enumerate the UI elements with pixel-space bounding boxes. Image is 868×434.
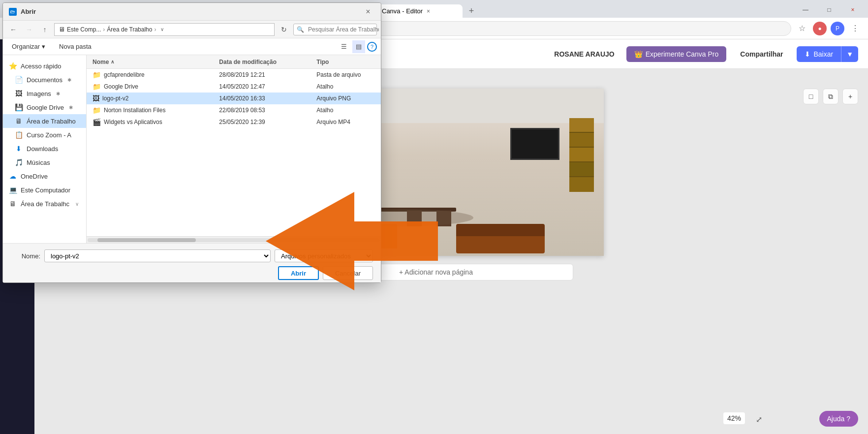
acesso-rapido-icon: ⭐ (9, 62, 17, 70)
window-close-button[interactable]: × (841, 3, 864, 17)
help-info-button[interactable]: ? (367, 42, 377, 52)
area2-icon: 🖥 (9, 200, 17, 208)
col-date-label: Data de modificação (219, 59, 277, 65)
organize-dropdown-icon: ▾ (42, 43, 45, 50)
musicas-icon: 🎵 (15, 158, 23, 166)
zoom-indicator: 42% (723, 412, 745, 424)
file-name-4: Widgets vs Aplicativos (104, 119, 162, 125)
nova-pasta-button[interactable]: Nova pasta (54, 40, 96, 53)
nav-downloads-label: Downloads (27, 145, 58, 153)
scroll-thumb[interactable] (97, 238, 196, 242)
organize-button[interactable]: Organizar ▾ (7, 40, 50, 53)
download-icon: ⬇ (805, 50, 810, 58)
tab-close-icon[interactable]: × (427, 8, 430, 15)
download-dropdown-button[interactable]: ▼ (841, 46, 858, 62)
dialog-close-button[interactable]: × (361, 5, 375, 18)
dialog-refresh-button[interactable]: ↻ (278, 23, 290, 36)
nav-area2-label: Área de Trabalhc (21, 200, 69, 208)
nav-item-google-drive[interactable]: 💾 Google Drive ✱ (3, 100, 86, 114)
nova-pasta-label: Nova pasta (59, 43, 92, 50)
nav-item-acesso-rapido[interactable]: ⭐ Acesso rápido (3, 59, 86, 73)
file-name-2: logo-pt-v2 (102, 95, 128, 102)
horizontal-scrollbar[interactable] (87, 236, 381, 243)
page-tools: □ ⧉ + (803, 89, 858, 104)
path-segment-computer: Este Comp... (67, 26, 101, 33)
file-row[interactable]: 🎬 Widgets vs Aplicativos 25/05/2020 12:3… (87, 116, 381, 128)
curso-zoom-icon: 📋 (15, 131, 23, 139)
col-header-type[interactable]: Tipo (307, 59, 375, 65)
dialog-action-row: Abrir Cancelar (11, 266, 373, 280)
download-button[interactable]: ⬇ Baixar (797, 46, 841, 62)
file-icon-0: 📁 (93, 71, 101, 79)
page-duplicate-icon[interactable]: ⧉ (823, 89, 838, 104)
bookmark-icon[interactable]: ☆ (795, 22, 809, 35)
expand-button[interactable]: ⤢ (756, 415, 762, 424)
tab-label: Canva - Editor (382, 7, 423, 15)
extension-icon[interactable]: ● (813, 22, 827, 35)
file-type-4: Arquivo MP4 (307, 119, 375, 125)
filetype-select[interactable]: Arquivos personalizados (275, 249, 373, 262)
file-row[interactable]: 📁 gcfaprendelibre 28/08/2019 12:21 Pasta… (87, 69, 381, 81)
dialog-search-input[interactable] (304, 24, 383, 35)
col-header-date[interactable]: Data de modificação (209, 59, 307, 65)
filename-row: Nome: logo-pt-v2 Arquivos personalizados (11, 249, 373, 262)
file-row[interactable]: 📁 Norton Installation Files 22/08/2019 0… (87, 104, 381, 116)
new-tab-button[interactable]: + (465, 4, 478, 18)
dialog-cancel-button[interactable]: Cancelar (323, 266, 373, 280)
window-maximize-button[interactable]: □ (818, 3, 840, 17)
file-row[interactable]: 📁 Google Drive 14/05/2020 12:47 Atalho (87, 81, 381, 93)
view-list-button[interactable]: ☰ (338, 40, 350, 53)
organize-label: Organizar (12, 43, 40, 50)
view-details-button[interactable]: ▤ (352, 40, 365, 53)
dialog-forward-button[interactable]: → (23, 23, 35, 36)
nav-item-downloads[interactable]: ⬇ Downloads (3, 142, 86, 155)
nav-item-este-computador[interactable]: 💻 Este Computador (3, 183, 86, 197)
documentos-icon: 📄 (15, 76, 23, 84)
active-tab[interactable]: Canva - Editor × (374, 4, 463, 18)
dialog-open-button[interactable]: Abrir (278, 266, 319, 280)
file-name-1: Google Drive (104, 83, 138, 90)
nav-item-documentos[interactable]: 📄 Documentos ✱ (3, 73, 86, 87)
nav-item-area-de-trabalho[interactable]: 🖥 Área de Trabalho (3, 114, 86, 128)
dialog-content: ⭐ Acesso rápido 📄 Documentos ✱ 🖼 Imagens… (3, 55, 381, 243)
dialog-search-bar: 🔍 (293, 24, 377, 35)
dialog-path-bar: 🖥 Este Comp... › Área de Trabalho › ∨ (54, 23, 275, 36)
help-button[interactable]: Ajuda ? (819, 411, 858, 427)
user-name-button[interactable]: ROSANE ARAUJO (548, 47, 620, 61)
browser-menu-icon[interactable]: ⋮ (848, 22, 862, 35)
downloads-icon: ⬇ (15, 145, 23, 153)
file-icon-2: 🖼 (93, 94, 99, 102)
file-name-3: Norton Installation Files (104, 107, 165, 114)
nav-item-area2[interactable]: 🖥 Área de Trabalhc ∨ (3, 197, 86, 211)
share-button[interactable]: Compartilhar (732, 46, 791, 62)
onedrive-icon: ☁ (9, 172, 17, 180)
nav-item-imagens[interactable]: 🖼 Imagens ✱ (3, 87, 86, 100)
page-copy-icon[interactable]: □ (803, 89, 819, 104)
nav-item-musicas[interactable]: 🎵 Músicas (3, 155, 86, 169)
nav-curso-label: Curso Zoom - A (27, 131, 71, 139)
pro-icon: 👑 (634, 50, 643, 58)
nav-item-onedrive[interactable]: ☁ OneDrive (3, 169, 86, 183)
col-name-label: Nome (93, 59, 109, 65)
file-date-0: 28/08/2019 12:21 (209, 71, 307, 78)
path-segment-desktop: Área de Trabalho (107, 26, 152, 33)
profile-icon[interactable]: P (831, 22, 844, 35)
imagens-icon: 🖼 (15, 90, 23, 97)
nav-item-curso-zoom[interactable]: 📋 Curso Zoom - A (3, 128, 86, 142)
dialog-up-button[interactable]: ↑ (38, 23, 51, 36)
file-open-dialog: 🗁 Abrir × ← → ↑ 🖥 Este Comp... › Área de… (2, 2, 381, 283)
window-minimize-button[interactable]: — (794, 3, 817, 17)
file-icon-3: 📁 (93, 106, 101, 114)
col-type-label: Tipo (316, 59, 329, 65)
dialog-title-icon: 🗁 (9, 8, 17, 16)
path-dropdown-button[interactable]: ∨ (158, 26, 166, 33)
page-add-icon[interactable]: + (842, 89, 858, 104)
dialog-back-button[interactable]: ← (7, 23, 20, 36)
canva-pro-button[interactable]: 👑 Experimente Canva Pro (626, 46, 727, 62)
filename-input[interactable]: logo-pt-v2 (44, 249, 271, 262)
col-header-name[interactable]: Nome ∧ (93, 59, 209, 65)
file-row-selected[interactable]: 🖼 logo-pt-v2 14/05/2020 16:33 Arquivo PN… (87, 93, 381, 104)
file-type-3: Atalho (307, 107, 375, 114)
nav-musicas-label: Músicas (27, 159, 50, 166)
nav-onedrive-label: OneDrive (21, 173, 48, 180)
